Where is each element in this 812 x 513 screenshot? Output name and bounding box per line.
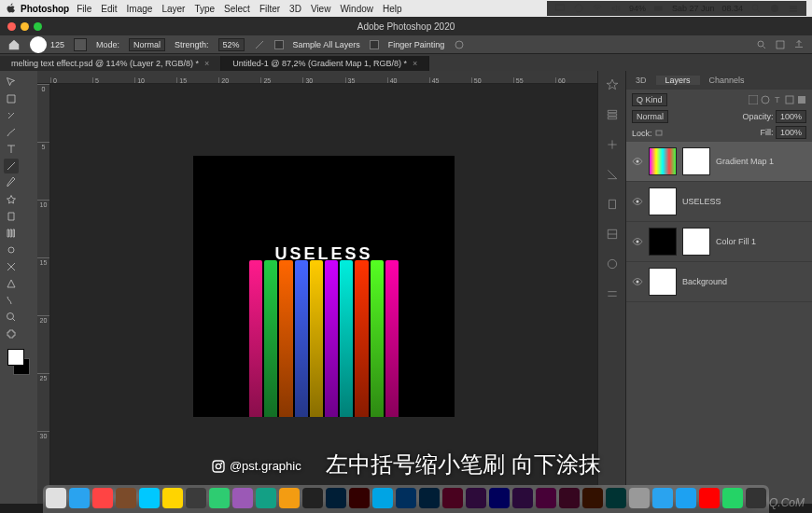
dock-app[interactable] — [629, 488, 650, 508]
dock-app[interactable] — [396, 488, 416, 508]
dock-app[interactable] — [512, 488, 533, 508]
layer-row[interactable]: USELESS — [626, 182, 812, 222]
siri-icon[interactable] — [769, 3, 780, 14]
menu-view[interactable]: View — [311, 4, 331, 14]
tool-12[interactable] — [4, 276, 19, 291]
dock-app[interactable] — [606, 488, 626, 508]
tool-6[interactable] — [4, 175, 19, 190]
artboard-viewport[interactable]: USELESS — [50, 84, 597, 489]
tool-9[interactable] — [4, 226, 19, 241]
tool-2[interactable] — [4, 108, 19, 123]
dock-app[interactable] — [489, 488, 510, 508]
tool-4[interactable] — [4, 142, 19, 157]
tool-5[interactable] — [4, 159, 19, 173]
panel-icon-6[interactable] — [606, 257, 619, 274]
layer-row[interactable]: Color Fill 1 — [626, 222, 812, 262]
opacity-input[interactable]: 100% — [776, 110, 806, 123]
dock-app[interactable] — [652, 488, 673, 508]
panel-icon-1[interactable] — [606, 108, 619, 125]
layer-thumb[interactable] — [649, 228, 677, 256]
search-icon[interactable] — [750, 3, 762, 14]
maximize-window[interactable] — [34, 22, 42, 31]
layer-mask[interactable] — [682, 147, 710, 175]
menu-image[interactable]: Image — [127, 4, 153, 14]
tool-15[interactable] — [4, 326, 19, 341]
layer-thumb[interactable] — [649, 187, 677, 215]
dock-app[interactable] — [676, 488, 696, 508]
mode-select[interactable]: Normal — [129, 38, 165, 51]
lock-icon[interactable] — [654, 127, 664, 136]
dock-app[interactable] — [372, 488, 393, 508]
dock-app[interactable] — [582, 488, 603, 508]
panel-tab-layers[interactable]: Layers — [656, 76, 700, 85]
close-window[interactable] — [7, 22, 16, 31]
filter-image-icon[interactable] — [749, 95, 758, 104]
dock-app[interactable] — [256, 488, 276, 508]
layer-row[interactable]: Background — [626, 262, 812, 302]
notification-icon[interactable] — [788, 3, 799, 14]
brush-preset[interactable]: 125 — [30, 36, 64, 53]
panel-icon-7[interactable] — [606, 287, 619, 304]
artboard[interactable]: USELESS — [193, 156, 455, 417]
tablet-icon[interactable] — [454, 39, 465, 50]
filter-adjust-icon[interactable] — [761, 95, 770, 104]
visibility-icon[interactable] — [632, 156, 643, 167]
filter-smart-icon[interactable] — [797, 95, 806, 104]
tool-14[interactable] — [4, 310, 19, 325]
dock-app[interactable] — [302, 488, 323, 508]
visibility-icon[interactable] — [632, 196, 643, 207]
dock-app[interactable] — [536, 488, 556, 508]
filter-shape-icon[interactable] — [785, 95, 794, 104]
dock-app[interactable] — [209, 488, 230, 508]
dock-app[interactable] — [559, 488, 580, 508]
strength-input[interactable]: 52% — [218, 38, 245, 51]
panel-icon-2[interactable] — [606, 138, 619, 155]
layer-row[interactable]: Gradient Map 1 — [626, 142, 812, 182]
dock-app[interactable] — [162, 488, 183, 508]
dock-app[interactable] — [466, 488, 486, 508]
fg-bg-colors[interactable] — [7, 349, 30, 375]
panel-icon-3[interactable] — [606, 168, 619, 185]
document-tab[interactable]: melting text effect.psd @ 114% (Layer 2,… — [0, 56, 221, 71]
tool-3[interactable] — [4, 125, 19, 140]
menu-window[interactable]: Window — [340, 4, 373, 14]
sample-all-checkbox[interactable] — [274, 40, 284, 49]
tool-7[interactable] — [4, 192, 19, 207]
search-docs-icon[interactable] — [756, 39, 767, 50]
dock-app[interactable] — [442, 488, 463, 508]
traffic-lights[interactable] — [0, 22, 42, 31]
close-tab-icon[interactable]: × — [413, 59, 417, 68]
tool-8[interactable] — [4, 209, 19, 224]
visibility-icon[interactable] — [632, 236, 643, 247]
workspace-icon[interactable] — [775, 39, 786, 50]
layer-thumb[interactable] — [649, 147, 677, 175]
menu-3d[interactable]: 3D — [289, 4, 301, 14]
dock-app[interactable] — [46, 488, 66, 508]
dock-app[interactable] — [116, 488, 136, 508]
tool-10[interactable] — [4, 243, 19, 257]
panel-tab-channels[interactable]: Channels — [700, 76, 754, 85]
dock-app[interactable] — [722, 488, 743, 508]
dock-app[interactable] — [92, 488, 113, 508]
panel-icon-4[interactable] — [606, 198, 619, 215]
tool-13[interactable] — [4, 293, 19, 308]
dock-app[interactable] — [279, 488, 300, 508]
layer-filter[interactable]: Q Kind — [632, 93, 667, 106]
menu-help[interactable]: Help — [383, 4, 402, 14]
menu-type[interactable]: Type — [194, 4, 215, 14]
dock-app[interactable] — [419, 488, 440, 508]
menu-select[interactable]: Select — [224, 4, 250, 14]
menu-layer[interactable]: Layer — [161, 4, 185, 14]
home-icon[interactable] — [7, 38, 21, 51]
tool-11[interactable] — [4, 259, 19, 274]
layer-thumb[interactable] — [649, 268, 677, 296]
dock-app[interactable] — [349, 488, 370, 508]
finger-checkbox[interactable] — [370, 40, 379, 49]
menu-file[interactable]: File — [77, 4, 91, 14]
layer-mask[interactable] — [682, 228, 710, 256]
dock-app[interactable] — [186, 488, 206, 508]
fill-input[interactable]: 100% — [776, 126, 806, 139]
pattern-swatch[interactable] — [74, 38, 87, 51]
panel-tab-3d[interactable]: 3D — [626, 76, 656, 85]
dock-app[interactable] — [746, 488, 766, 508]
